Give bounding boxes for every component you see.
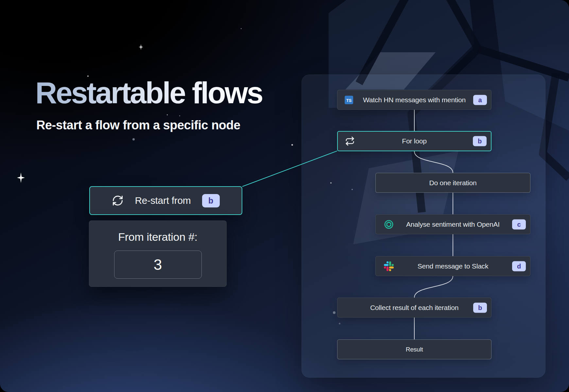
restart-from-label: Re-start from bbox=[135, 195, 191, 206]
sparkle-star bbox=[17, 172, 25, 183]
node-step-badge: d bbox=[512, 261, 526, 271]
node-step-badge: b bbox=[473, 136, 487, 146]
iteration-number-input[interactable] bbox=[114, 251, 202, 279]
star-dot bbox=[179, 115, 180, 116]
node-label: Do one iteration bbox=[376, 173, 530, 192]
page-subtitle: Re-start a flow from a specific node bbox=[36, 118, 240, 132]
flow-node-result[interactable]: Result bbox=[337, 339, 491, 359]
flow-node-for-loop[interactable]: For loop b bbox=[337, 131, 491, 151]
node-label: For loop bbox=[338, 132, 491, 151]
page-background: Restartable flows Re-start a flow from a… bbox=[0, 0, 569, 392]
restart-step-badge: b bbox=[202, 194, 220, 207]
page-title: Restartable flows bbox=[35, 78, 262, 108]
node-step-badge: b bbox=[473, 302, 487, 313]
flow-node-do-one-iteration[interactable]: Do one iteration bbox=[375, 173, 530, 193]
node-label: Analyse sentiment with OpenAI bbox=[376, 215, 530, 234]
iteration-label: From iteration #: bbox=[118, 231, 197, 243]
star-dot bbox=[167, 114, 168, 115]
star-dot bbox=[291, 144, 293, 146]
sparkle-star-small bbox=[139, 44, 143, 50]
iteration-card: From iteration #: bbox=[89, 220, 227, 287]
node-label: Collect result of each iteration bbox=[337, 298, 491, 317]
flow-node-watch-hn[interactable]: TS Watch HN messages with mention a bbox=[337, 90, 491, 110]
star-dot bbox=[241, 28, 242, 29]
node-label: Watch HN messages with mention bbox=[337, 90, 491, 109]
flow-node-collect-result[interactable]: Collect result of each iteration b bbox=[337, 298, 491, 318]
node-label: Result bbox=[337, 340, 491, 359]
restart-icon bbox=[112, 195, 124, 206]
flow-node-analyse-sentiment[interactable]: Analyse sentiment with OpenAI c bbox=[375, 214, 530, 234]
star-dot bbox=[132, 138, 135, 140]
node-label: Send message to Slack bbox=[376, 256, 530, 276]
restart-from-button[interactable]: Re-start from b bbox=[89, 186, 242, 215]
node-step-badge: a bbox=[473, 95, 487, 105]
flow-node-send-slack[interactable]: Send message to Slack d bbox=[375, 256, 530, 276]
node-step-badge: c bbox=[512, 219, 526, 229]
